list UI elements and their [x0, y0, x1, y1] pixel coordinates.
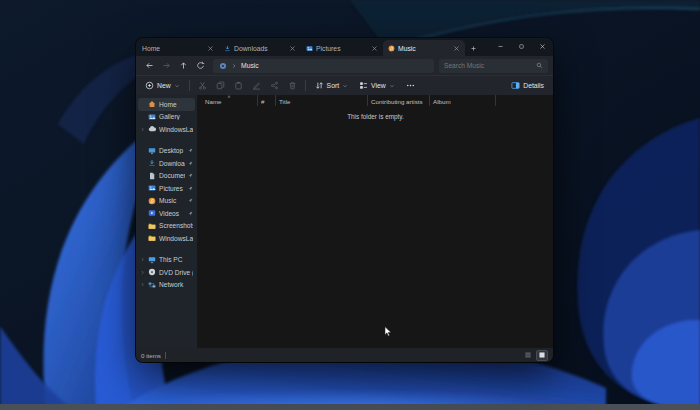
share-button[interactable]: [267, 79, 282, 93]
view-button[interactable]: View: [355, 80, 399, 91]
back-icon: [145, 61, 154, 70]
toolbar-divider: [305, 80, 306, 91]
tab-pictures[interactable]: Pictures: [301, 40, 383, 56]
taskbar-sliver: [0, 404, 700, 410]
toolbar-divider: [189, 80, 190, 91]
new-icon: [145, 81, 154, 90]
file-list-pane[interactable]: ˄Name#TitleContributing artistsAlbum Thi…: [198, 95, 553, 348]
column-label: Title: [279, 98, 290, 105]
delete-button[interactable]: [285, 79, 300, 93]
sidebar-item-label: Downloads: [159, 160, 185, 167]
minimize-button[interactable]: [490, 38, 511, 55]
sidebar-item-label: Network: [159, 281, 193, 288]
sidebar-section-gap: [136, 245, 197, 254]
up-icon: [179, 61, 188, 70]
tab-label: Music: [398, 45, 450, 52]
close-icon: [539, 43, 546, 50]
column-headers: ˄Name#TitleContributing artistsAlbum: [198, 95, 553, 106]
tab-close-icon[interactable]: [453, 45, 460, 52]
thumbnail-view-icon: [538, 351, 546, 359]
new-label: New: [157, 82, 171, 89]
sidebar-item-label: Gallery: [159, 113, 193, 120]
address-bar: Music: [136, 56, 553, 75]
sidebar-item-screenshots[interactable]: Screenshots: [138, 220, 195, 233]
tab-close-icon[interactable]: [371, 45, 378, 52]
delete-icon: [288, 81, 297, 90]
items-count: 0 items: [141, 352, 161, 359]
file-explorer-window: HomeDownloadsPicturesMusic Music New: [136, 38, 553, 362]
chevron-right-icon: [231, 63, 237, 69]
sidebar-item-label: Screenshots: [159, 222, 193, 229]
copy-button[interactable]: [213, 79, 228, 93]
sidebar-item-music[interactable]: Music: [138, 195, 195, 208]
plus-icon: [470, 45, 477, 52]
tab-close-icon[interactable]: [289, 45, 296, 52]
refresh-button[interactable]: [192, 59, 208, 73]
forward-button[interactable]: [158, 59, 174, 73]
sidebar-item-network[interactable]: Network: [138, 279, 195, 292]
sidebar-item-gallery[interactable]: Gallery: [138, 111, 195, 124]
sidebar-item-this-pc[interactable]: This PC: [138, 254, 195, 267]
maximize-icon: [518, 43, 525, 50]
column-header-title[interactable]: Title: [276, 95, 368, 106]
details-view-toggle[interactable]: [522, 350, 534, 361]
sidebar-item-label: This PC: [159, 256, 193, 263]
sidebar-item-home[interactable]: Home: [138, 98, 195, 111]
breadcrumb-location: Music: [241, 62, 259, 69]
tab-downloads[interactable]: Downloads: [219, 40, 301, 56]
tab-home[interactable]: Home: [137, 40, 219, 56]
sidebar-item-desktop[interactable]: Desktop: [138, 145, 195, 158]
up-button[interactable]: [175, 59, 191, 73]
search-input[interactable]: [444, 62, 533, 69]
new-tab-button[interactable]: [465, 40, 481, 56]
column-label: Name: [205, 98, 222, 105]
sidebar-item-dvd-drive-d-ccc[interactable]: DVD Drive (D:) CCC: [138, 266, 195, 279]
column-header-name[interactable]: ˄Name: [198, 95, 258, 106]
sidebar-section-gap: [136, 136, 197, 145]
rename-button[interactable]: [249, 79, 264, 93]
folder-icon: [148, 222, 156, 230]
tab-music-icon: [388, 45, 395, 52]
empty-folder-message: This folder is empty.: [198, 113, 553, 120]
details-pane-button[interactable]: Details: [507, 80, 548, 91]
chevron-right-icon: [140, 257, 145, 262]
sidebar-item-label: DVD Drive (D:) CCC: [159, 269, 193, 276]
rename-icon: [252, 81, 261, 90]
column-header-album[interactable]: Album: [430, 95, 496, 106]
column-header-contributing-artists[interactable]: Contributing artists: [368, 95, 430, 106]
window-body: HomeGalleryWindowsLatest - PeDesktopDown…: [136, 95, 553, 348]
sort-button[interactable]: Sort: [311, 80, 352, 91]
sidebar-item-documents[interactable]: Documents: [138, 170, 195, 183]
thumbnail-view-toggle[interactable]: [536, 350, 548, 361]
tab-music[interactable]: Music: [383, 40, 465, 56]
gallery-icon: [148, 113, 156, 121]
column-label: Contributing artists: [371, 98, 423, 105]
maximize-button[interactable]: [511, 38, 532, 55]
sidebar-item-windowslatest-pe[interactable]: WindowsLatest - Pe: [138, 123, 195, 136]
sidebar-item-label: WindowsLatest - Pe: [159, 126, 193, 133]
tab-close-icon[interactable]: [207, 45, 214, 52]
sidebar-item-videos[interactable]: Videos: [138, 207, 195, 220]
back-button[interactable]: [141, 59, 157, 73]
more-ellipsis-icon: [406, 81, 415, 90]
column-label: Album: [433, 98, 451, 105]
paste-button[interactable]: [231, 79, 246, 93]
column-header-[interactable]: #: [258, 95, 276, 106]
desktop-icon: [148, 147, 156, 155]
pc-icon: [148, 256, 156, 264]
more-button[interactable]: [402, 80, 419, 91]
close-button[interactable]: [532, 38, 553, 55]
new-button[interactable]: New: [141, 80, 184, 91]
sidebar-item-pictures[interactable]: Pictures: [138, 182, 195, 195]
cut-button[interactable]: [195, 79, 210, 93]
view-label: View: [371, 82, 386, 89]
chevron-down-icon: [389, 83, 395, 89]
sidebar-item-downloads[interactable]: Downloads: [138, 157, 195, 170]
pin-icon: [188, 173, 193, 178]
minimize-icon: [497, 43, 504, 50]
search-box[interactable]: [439, 59, 548, 73]
sidebar-item-label: Music: [159, 197, 185, 204]
breadcrumb[interactable]: Music: [213, 59, 434, 73]
sidebar-item-windowslatest[interactable]: WindowsLatest: [138, 232, 195, 245]
tab-download-icon: [224, 45, 231, 52]
